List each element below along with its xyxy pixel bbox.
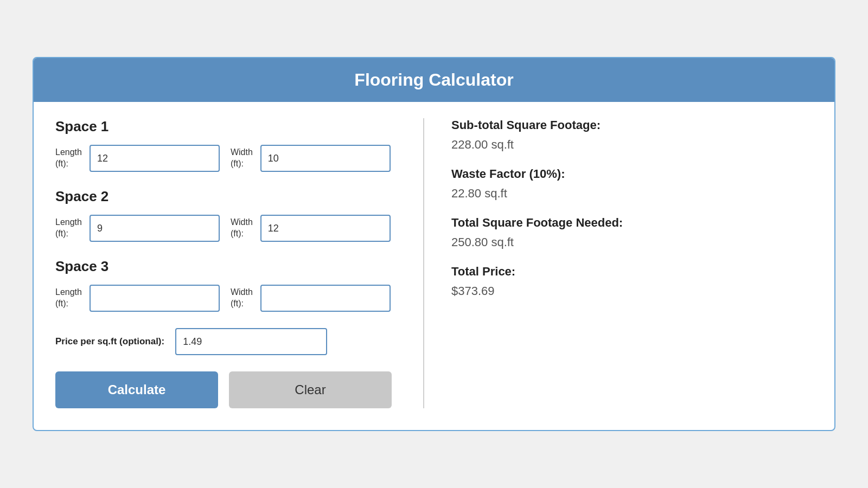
space-3-section: Space 3 Length(ft): Width(ft): bbox=[55, 258, 401, 312]
space-3-input-row: Length(ft): Width(ft): bbox=[55, 285, 401, 312]
left-panel: Space 1 Length(ft): Width(ft): Space 2 bbox=[55, 118, 424, 408]
space-2-width-group: Width(ft): bbox=[231, 215, 391, 242]
space-3-width-input[interactable] bbox=[260, 285, 391, 312]
calculator-body: Space 1 Length(ft): Width(ft): Space 2 bbox=[34, 102, 834, 430]
price-label: Price per sq.ft (optional): bbox=[55, 336, 164, 347]
subtotal-label: Sub-total Square Footage: bbox=[451, 118, 813, 132]
space-1-length-group: Length(ft): bbox=[55, 145, 220, 172]
waste-section: Waste Factor (10%): 22.80 sq.ft bbox=[451, 167, 813, 201]
right-panel: Sub-total Square Footage: 228.00 sq.ft W… bbox=[424, 118, 813, 408]
calculator-container: Flooring Calculator Space 1 Length(ft): … bbox=[33, 57, 835, 431]
total-sqft-value: 250.80 sq.ft bbox=[451, 235, 813, 249]
space-2-section: Space 2 Length(ft): Width(ft): bbox=[55, 188, 401, 242]
space-1-length-label: Length(ft): bbox=[55, 147, 82, 170]
space-2-input-row: Length(ft): Width(ft): bbox=[55, 215, 401, 242]
space-3-length-group: Length(ft): bbox=[55, 285, 220, 312]
space-3-length-input[interactable] bbox=[90, 285, 220, 312]
waste-label: Waste Factor (10%): bbox=[451, 167, 813, 181]
space-2-length-group: Length(ft): bbox=[55, 215, 220, 242]
total-price-section: Total Price: $373.69 bbox=[451, 265, 813, 298]
space-3-width-label: Width(ft): bbox=[231, 287, 253, 310]
subtotal-value: 228.00 sq.ft bbox=[451, 138, 813, 152]
clear-button[interactable]: Clear bbox=[229, 371, 392, 408]
space-2-width-label: Width(ft): bbox=[231, 217, 253, 240]
space-1-width-input[interactable] bbox=[260, 145, 391, 172]
price-row: Price per sq.ft (optional): bbox=[55, 328, 401, 355]
total-price-value: $373.69 bbox=[451, 284, 813, 298]
button-row: Calculate Clear bbox=[55, 371, 401, 408]
total-price-label: Total Price: bbox=[451, 265, 813, 279]
space-3-width-group: Width(ft): bbox=[231, 285, 391, 312]
space-1-section: Space 1 Length(ft): Width(ft): bbox=[55, 118, 401, 172]
price-input[interactable] bbox=[175, 328, 327, 355]
space-1-length-input[interactable] bbox=[90, 145, 220, 172]
calculator-title: Flooring Calculator bbox=[55, 70, 813, 90]
space-2-title: Space 2 bbox=[55, 188, 401, 205]
space-1-width-group: Width(ft): bbox=[231, 145, 391, 172]
total-sqft-section: Total Square Footage Needed: 250.80 sq.f… bbox=[451, 216, 813, 249]
waste-value: 22.80 sq.ft bbox=[451, 187, 813, 201]
space-1-title: Space 1 bbox=[55, 118, 401, 135]
total-sqft-label: Total Square Footage Needed: bbox=[451, 216, 813, 230]
space-2-length-input[interactable] bbox=[90, 215, 220, 242]
subtotal-section: Sub-total Square Footage: 228.00 sq.ft bbox=[451, 118, 813, 152]
calculate-button[interactable]: Calculate bbox=[55, 371, 218, 408]
space-3-title: Space 3 bbox=[55, 258, 401, 275]
space-3-length-label: Length(ft): bbox=[55, 287, 82, 310]
space-2-width-input[interactable] bbox=[260, 215, 391, 242]
calculator-header: Flooring Calculator bbox=[34, 58, 834, 102]
space-2-length-label: Length(ft): bbox=[55, 217, 82, 240]
space-1-input-row: Length(ft): Width(ft): bbox=[55, 145, 401, 172]
space-1-width-label: Width(ft): bbox=[231, 147, 253, 170]
